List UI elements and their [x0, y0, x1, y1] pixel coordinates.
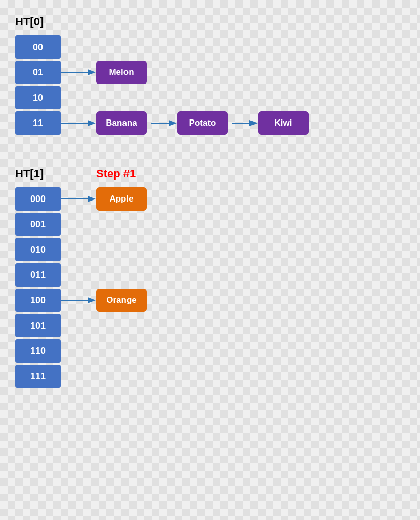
node-banana: Banana	[96, 111, 147, 135]
ht0-label: HT[0]	[15, 15, 44, 28]
ht1-row-0: 000	[15, 187, 61, 211]
ht1-row-4: 100	[15, 289, 61, 312]
ht1-row-6: 110	[15, 339, 61, 363]
ht1-row-1: 001	[15, 213, 61, 236]
ht1-arrows	[10, 162, 364, 466]
diagram-container: HT[0] 00 01 10 11 Melon Banana Potato Ki…	[10, 10, 410, 456]
node-melon: Melon	[96, 61, 147, 84]
ht0-row-2: 10	[15, 86, 61, 109]
ht0-column: 00 01 10 11	[15, 35, 61, 135]
step-label: Step #1	[96, 167, 136, 180]
ht1-column: 000 001 010 011 100 101 110 111	[15, 187, 61, 388]
node-orange-fruit: Orange	[96, 289, 147, 312]
node-apple: Apple	[96, 187, 147, 211]
node-kiwi: Kiwi	[258, 111, 309, 135]
ht1-label: HT[1]	[15, 167, 44, 180]
ht0-row-0: 00	[15, 35, 61, 59]
ht1-row-5: 101	[15, 314, 61, 337]
ht1-row-7: 111	[15, 365, 61, 388]
ht0-row-1: 01	[15, 61, 61, 84]
ht1-row-3: 011	[15, 263, 61, 287]
node-potato: Potato	[177, 111, 228, 135]
ht1-row-2: 010	[15, 238, 61, 261]
ht0-section: HT[0] 00 01 10 11 Melon Banana Potato Ki…	[10, 10, 410, 152]
ht0-row-3: 11	[15, 111, 61, 135]
ht1-section: HT[1] Step #1 000 001 010 011 100 101 11…	[10, 162, 410, 466]
